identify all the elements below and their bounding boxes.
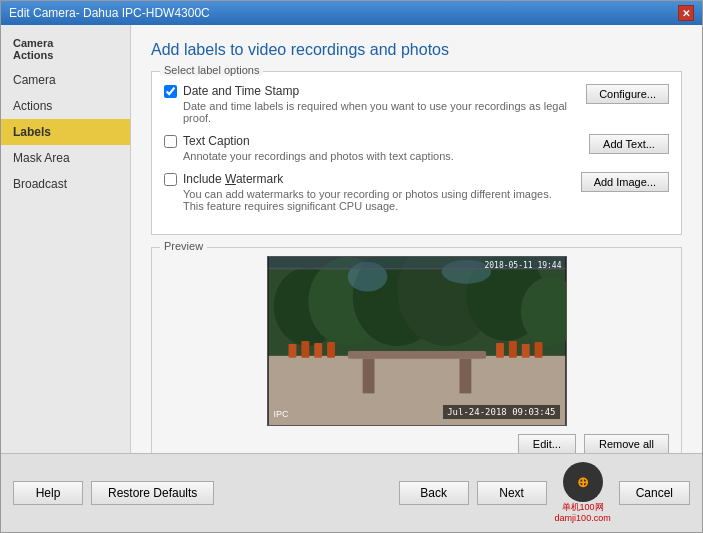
configure-button[interactable]: Configure...	[586, 84, 669, 104]
logo-icon: ⊕	[577, 474, 589, 490]
svg-rect-11	[347, 351, 485, 359]
watermark-logo-area: ⊕ 单机100网damji100.com	[555, 462, 611, 524]
date-time-checkbox[interactable]	[164, 85, 177, 98]
bottom-bar: Help Restore Defaults Back Next ⊕ 单机100网…	[1, 453, 702, 532]
preview-group: Preview	[151, 247, 682, 453]
sidebar-item-broadcast[interactable]: Broadcast	[1, 171, 130, 197]
preview-ipc: IPC	[274, 409, 289, 419]
preview-top-time: 2018-05-11 19:44	[484, 261, 561, 270]
remove-all-button[interactable]: Remove all	[584, 434, 669, 453]
watermark-desc-line1: You can add watermarks to your recording…	[183, 188, 571, 212]
sidebar-item-actions[interactable]: Actions	[1, 93, 130, 119]
window-title: Edit Camera- Dahua IPC-HDW4300C	[9, 6, 210, 20]
add-text-button[interactable]: Add Text...	[589, 134, 669, 154]
close-button[interactable]: ✕	[678, 5, 694, 21]
svg-rect-18	[496, 343, 504, 358]
svg-rect-15	[301, 341, 309, 358]
main-content: CameraActions Camera Actions Labels Mask…	[1, 25, 702, 453]
preview-legend: Preview	[160, 240, 207, 252]
next-button[interactable]: Next	[477, 481, 547, 505]
preview-timestamp: Jul-24-2018 09:03:45	[443, 405, 559, 419]
sidebar-item-mask-area[interactable]: Mask Area	[1, 145, 130, 171]
text-caption-label: Text Caption	[183, 134, 579, 148]
watermark-option: Include Watermark You can add watermarks…	[164, 172, 669, 212]
select-label-options-legend: Select label options	[160, 64, 263, 76]
preview-actions: Edit... Remove all	[369, 434, 669, 453]
watermark-checkbox[interactable]	[164, 173, 177, 186]
restore-defaults-button[interactable]: Restore Defaults	[91, 481, 214, 505]
watermark-logo-circle: ⊕	[563, 462, 603, 502]
svg-rect-16	[314, 343, 322, 358]
main-window: Edit Camera- Dahua IPC-HDW4300C ✕ Camera…	[0, 0, 703, 533]
text-caption-checkbox[interactable]	[164, 135, 177, 148]
add-image-button[interactable]: Add Image...	[581, 172, 669, 192]
sidebar-item-camera[interactable]: Camera	[1, 67, 130, 93]
text-caption-option: Text Caption Annotate your recordings an…	[164, 134, 669, 162]
svg-rect-19	[508, 341, 516, 358]
date-time-option: Date and Time Stamp Date and time labels…	[164, 84, 669, 124]
svg-rect-14	[288, 344, 296, 358]
edit-button[interactable]: Edit...	[518, 434, 576, 453]
bottom-right-buttons: Back Next ⊕ 单机100网damji100.com Cancel	[399, 462, 690, 524]
label-options-group: Select label options Date and Time Stamp…	[151, 71, 682, 235]
svg-rect-12	[362, 359, 374, 394]
back-button[interactable]: Back	[399, 481, 469, 505]
svg-rect-17	[327, 342, 335, 358]
date-time-desc: Date and time labels is required when yo…	[183, 100, 576, 124]
watermark-label: Include Watermark	[183, 172, 571, 186]
content-area: Add labels to video recordings and photo…	[131, 25, 702, 453]
cancel-button[interactable]: Cancel	[619, 481, 690, 505]
date-time-label: Date and Time Stamp	[183, 84, 576, 98]
page-title: Add labels to video recordings and photo…	[151, 41, 682, 59]
svg-rect-20	[521, 344, 529, 358]
svg-rect-13	[459, 359, 471, 394]
preview-svg	[268, 257, 566, 425]
preview-container: 2018-05-11 19:44 IPC Jul-24-2018 09:03:4…	[164, 256, 669, 453]
sidebar: CameraActions Camera Actions Labels Mask…	[1, 25, 131, 453]
bottom-left-buttons: Help Restore Defaults	[13, 481, 214, 505]
title-bar: Edit Camera- Dahua IPC-HDW4300C ✕	[1, 1, 702, 25]
help-button[interactable]: Help	[13, 481, 83, 505]
sidebar-item-labels[interactable]: Labels	[1, 119, 130, 145]
preview-image: 2018-05-11 19:44 IPC Jul-24-2018 09:03:4…	[267, 256, 567, 426]
sidebar-section-camera-actions: CameraActions	[1, 33, 130, 65]
watermark-site-text: 单机100网damji100.com	[555, 502, 611, 524]
svg-rect-21	[534, 342, 542, 358]
text-caption-desc: Annotate your recordings and photos with…	[183, 150, 579, 162]
